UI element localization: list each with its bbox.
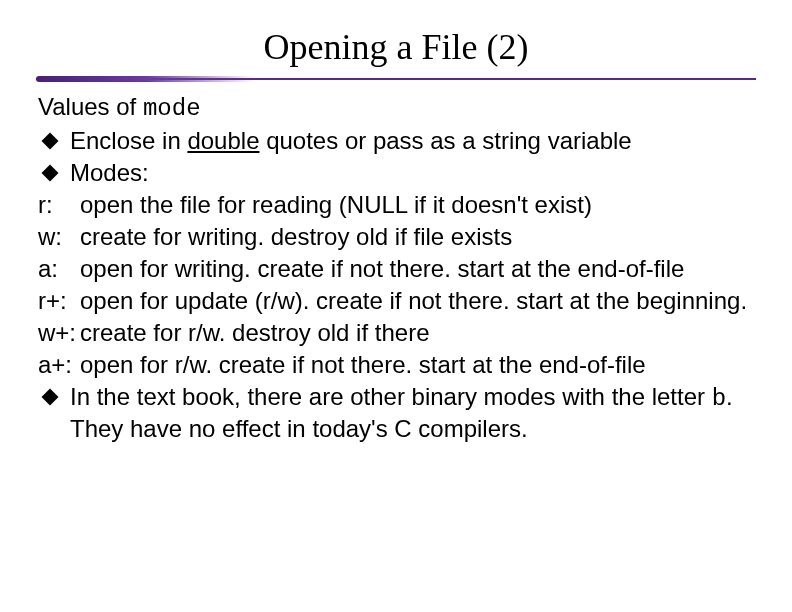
mode-aplus: a+: open for r/w. create if not there. s… xyxy=(38,350,754,380)
bullet1-post: quotes or pass as a string variable xyxy=(259,127,631,154)
bullet-enclose: Enclose in double quotes or pass as a st… xyxy=(38,126,754,156)
mode-r-desc: open the file for reading (NULL if it do… xyxy=(80,190,754,220)
mode-w-key: w: xyxy=(38,222,80,252)
mode-aplus-key: a+: xyxy=(38,350,80,380)
bullet-modes-text: Modes: xyxy=(70,158,754,188)
mode-w: w: create for writing. destroy old if fi… xyxy=(38,222,754,252)
diamond-icon xyxy=(42,133,59,150)
mode-rplus: r+: open for update (r/w). create if not… xyxy=(38,286,754,316)
mode-r-key: r: xyxy=(38,190,80,220)
mode-wplus-desc: create for r/w. destroy old if there xyxy=(80,318,754,348)
bullet1-underline: double xyxy=(187,127,259,154)
mode-wplus: w+: create for r/w. destroy old if there xyxy=(38,318,754,348)
slide-title: Opening a File (2) xyxy=(0,26,792,68)
mode-wplus-key: w+: xyxy=(38,318,80,348)
diamond-icon xyxy=(42,389,59,406)
slide: Opening a File (2) Values of mode Enclos… xyxy=(0,26,792,612)
mode-rplus-key: r+: xyxy=(38,286,80,316)
underline-gradient xyxy=(36,76,256,82)
bullet3-pre: In the text book, there are other binary… xyxy=(70,383,712,410)
mode-a-desc: open for writing. create if not there. s… xyxy=(80,254,754,284)
bullet3-mono: b xyxy=(712,385,726,412)
mode-a: a: open for writing. create if not there… xyxy=(38,254,754,284)
intro-line: Values of mode xyxy=(38,92,754,124)
bullet1-pre: Enclose in xyxy=(70,127,187,154)
mode-a-key: a: xyxy=(38,254,80,284)
mode-w-desc: create for writing. destroy old if file … xyxy=(80,222,754,252)
intro-pre: Values of xyxy=(38,93,143,120)
intro-mode-word: mode xyxy=(143,95,201,122)
title-underline xyxy=(36,76,756,82)
bullet-enclose-text: Enclose in double quotes or pass as a st… xyxy=(70,126,754,156)
bullet-modes: Modes: xyxy=(38,158,754,188)
mode-rplus-desc: open for update (r/w). create if not the… xyxy=(80,286,754,316)
mode-r: r: open the file for reading (NULL if it… xyxy=(38,190,754,220)
bullet-textbook-text: In the text book, there are other binary… xyxy=(70,382,754,444)
slide-body: Values of mode Enclose in double quotes … xyxy=(0,92,792,444)
bullet-textbook: In the text book, there are other binary… xyxy=(38,382,754,444)
diamond-icon xyxy=(42,165,59,182)
mode-aplus-desc: open for r/w. create if not there. start… xyxy=(80,350,754,380)
